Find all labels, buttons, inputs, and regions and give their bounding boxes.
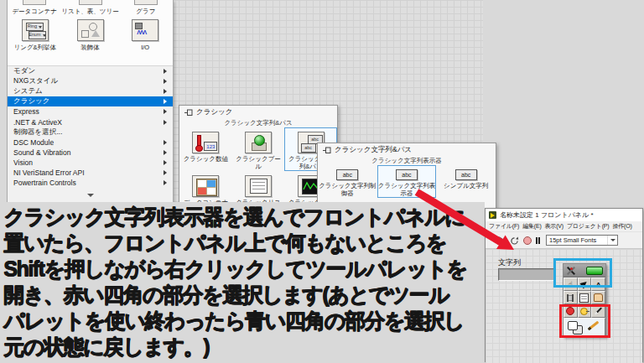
string-indicator-label: 文字列 xyxy=(498,257,521,268)
run-button[interactable] xyxy=(496,236,506,245)
scroll-tool[interactable] xyxy=(591,291,605,304)
palette-item-graph[interactable]: グラフ xyxy=(119,0,173,16)
submenu-arrow-icon xyxy=(164,99,167,104)
pushpin-icon[interactable] xyxy=(184,109,193,117)
classic-string-palette-window: クラシック文字列&パス クラシック文字列表示器 abc クラシック文字列制御器 … xyxy=(317,143,496,210)
menu-item[interactable]: 操作(O) xyxy=(612,222,631,231)
palette-menu-row[interactable]: モダン xyxy=(8,66,173,76)
io-icon: ΛΛΛ xyxy=(132,19,158,41)
palette-item-classic-numeric[interactable]: 123 クラシック数値 xyxy=(179,127,232,171)
menu-item[interactable]: 表示(V) xyxy=(545,222,564,231)
menu-box-icon xyxy=(579,293,589,303)
palette-item-list-table-tree[interactable]: リスト、表、ツリー xyxy=(61,0,118,16)
palette-menu-row[interactable]: Sound & Vibration xyxy=(8,148,173,158)
chevron-down-icon xyxy=(87,194,94,197)
palette-item-label: クラシック文字列制御器 xyxy=(319,182,377,197)
submenu-arrow-icon xyxy=(164,89,167,94)
palette-item-classic-boolean[interactable]: クラシックブール xyxy=(232,127,285,171)
controls-palette-menu: モダン NXGスタイル システム クラシック Express .NET & Ac… xyxy=(8,66,173,188)
palette-menu-row[interactable]: Vision xyxy=(8,158,173,168)
palette-title: クラシック文字列&パス xyxy=(335,145,412,155)
palette-item-classic-string-control[interactable]: abc クラシック文字列制御器 xyxy=(318,165,377,198)
caption-line: 置いたら、フロントパネル上で何もないところを xyxy=(3,230,485,256)
palette-item-data-container[interactable]: データコンテナ xyxy=(8,0,61,16)
palette-menu-row[interactable]: NXGスタイル xyxy=(8,76,173,86)
palette-item-label: グラフ xyxy=(136,8,155,16)
palette-hover-label: クラシック文字列&パス xyxy=(179,118,337,127)
palette-menu-row[interactable]: 制御器を選択... xyxy=(8,127,173,137)
palette-item-label: リング&列挙体 xyxy=(14,44,57,52)
palette-title: クラシック xyxy=(196,107,233,117)
menu-item[interactable]: ファイル(F) xyxy=(489,222,519,231)
palette-item-label: クラシック文字列表示器 xyxy=(378,182,436,197)
submenu-arrow-icon xyxy=(164,150,167,155)
palette-menu-label: Sound & Vibration xyxy=(13,148,70,157)
abc-simple-icon: abc xyxy=(455,169,477,180)
palette-hover-label: クラシック文字列表示器 xyxy=(318,156,496,165)
window-titlebar[interactable]: 名称未設定 1 フロントパネル * xyxy=(486,209,642,221)
red-annotation-rectangle xyxy=(559,304,610,338)
green-button-icon xyxy=(245,132,272,153)
font-selector-dropdown[interactable]: 15pt Small Fonts xyxy=(546,235,618,246)
submenu-arrow-icon xyxy=(164,170,167,175)
palette-item-label: クラシック数値 xyxy=(184,155,228,163)
font-selector-value: 15pt Small Fonts xyxy=(549,236,596,244)
palette-menu-label: Powertrain Controls xyxy=(13,179,76,187)
caption-line: クラシック文字列表示器を選んでフロントパネルに xyxy=(3,204,485,230)
palette-menu-label: 制御器を選択... xyxy=(13,127,62,137)
palette-menu-row[interactable]: NI VeriStand Error API xyxy=(8,168,173,178)
front-panel-area[interactable]: 文字列 ☝ A xyxy=(486,249,642,363)
palette-menu-label: Vision xyxy=(13,158,33,167)
palette-menu-label: DSC Module xyxy=(13,138,54,147)
screenshot-root: データコンテナ リスト、表、ツリー グラフ Ring Enum リン xyxy=(0,0,644,363)
palette-menu-label: NXGスタイル xyxy=(13,76,58,86)
pushpin-icon[interactable] xyxy=(323,147,331,154)
menu-item[interactable]: プロジェクト(P) xyxy=(567,222,610,231)
wire-tool[interactable] xyxy=(564,291,578,304)
abc-indicator-icon: abc xyxy=(396,169,418,180)
pause-button[interactable] xyxy=(536,237,540,244)
controls-palette: データコンテナ リスト、表、ツリー グラフ Ring Enum リン xyxy=(7,0,174,203)
submenu-arrow-icon xyxy=(164,69,167,74)
palette-item-ring-enum[interactable]: Ring Enum リング&列挙体 xyxy=(8,19,63,52)
palette-menu-row[interactable]: DSC Module xyxy=(8,137,173,148)
palette-item-label: 装飾体 xyxy=(80,44,100,52)
palette-item-label: クラシックブール xyxy=(233,155,284,170)
run-continuously-button[interactable] xyxy=(510,236,519,245)
palette-menu-label: Express xyxy=(13,107,39,116)
toolbar: 15pt Small Fonts xyxy=(486,232,642,249)
decorations-icon xyxy=(77,19,104,41)
caption-line: 開き、赤い四角の部分を選択します(あとでツール xyxy=(3,282,485,308)
palette-item-label: シンプル文字列 xyxy=(444,182,488,189)
dropdown-caret-icon xyxy=(607,236,617,245)
palette-menu-row[interactable]: クラシック xyxy=(8,96,173,106)
palette-menu-row[interactable]: Express xyxy=(8,106,173,117)
labview-app-icon xyxy=(489,211,496,219)
menu-bar: ファイル(F)編集(E)表示(V)プロジェクト(P)操作(O) xyxy=(486,221,642,232)
palette-scroll-down[interactable] xyxy=(8,189,173,200)
palette-item-decorations[interactable]: 装飾体 xyxy=(63,19,118,52)
palette-item-classic-string-indicator[interactable]: abc クラシック文字列表示器 xyxy=(377,165,437,198)
menu-item[interactable]: 編集(E) xyxy=(522,222,541,231)
caption-line: パレットを使い終わったら青い四角の部分を選択し xyxy=(3,308,485,334)
palette-item-label: リスト、表、ツリー xyxy=(61,8,118,16)
palette-item-label: I/O xyxy=(141,44,149,51)
cluster-icon xyxy=(192,175,219,197)
palette-menu-row[interactable]: Powertrain Controls xyxy=(8,178,173,188)
palette-item-simple-string[interactable]: abc シンプル文字列 xyxy=(436,165,496,198)
palette-item-io[interactable]: ΛΛΛ I/O xyxy=(117,19,173,52)
submenu-arrow-icon xyxy=(164,109,167,114)
shortcut-menu-tool[interactable] xyxy=(578,291,592,304)
palette-menu-row[interactable]: システム xyxy=(8,86,173,96)
cutoff-icon xyxy=(23,0,46,5)
palette-item-label: データコンテナ xyxy=(12,8,57,16)
palette-menu-label: モダン xyxy=(13,66,35,76)
string-indicator[interactable] xyxy=(498,268,555,281)
classic-palette-window: クラシック クラシック文字列&パス 123 クラシック数値 クラシックブール a… xyxy=(179,105,338,210)
palette-menu-row[interactable]: .NET & ActiveX xyxy=(8,117,173,127)
tutorial-caption: クラシック文字列表示器を選んでフロントパネルに置いたら、フロントパネル上で何もな… xyxy=(0,202,485,363)
cutoff-icon xyxy=(79,0,102,5)
abort-button[interactable] xyxy=(523,236,532,245)
cutoff-icon xyxy=(134,0,158,5)
wire-spool-icon xyxy=(567,294,574,302)
